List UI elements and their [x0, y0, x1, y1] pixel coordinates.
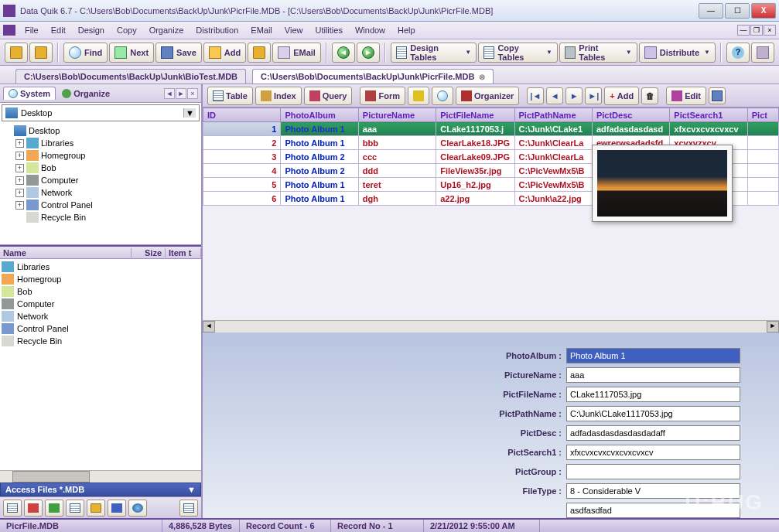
cell-id[interactable]: 1	[203, 122, 281, 136]
save-button[interactable]: Save	[155, 43, 202, 63]
menu-file[interactable]: File	[19, 24, 45, 36]
cell-id[interactable]: 2	[203, 136, 281, 150]
cell-path[interactable]: C:\Junk\ClearLa	[514, 136, 592, 150]
column-header[interactable]: ID	[203, 108, 281, 122]
chevron-down-icon[interactable]: ▼	[183, 108, 196, 118]
tree-node[interactable]: Desktop	[2, 124, 200, 137]
mini-btn-3[interactable]	[45, 500, 63, 517]
menu-distribution[interactable]: Distribution	[190, 24, 244, 36]
col-size[interactable]: Size	[132, 248, 166, 257]
mdi-restore[interactable]: ❐	[750, 25, 763, 36]
menu-help[interactable]: Help	[391, 24, 422, 36]
cell-extra[interactable]	[747, 192, 778, 206]
nav-next[interactable]: ►	[176, 88, 186, 99]
menu-copy[interactable]: Copy	[111, 24, 143, 36]
extra-field[interactable]: asdfasdfad	[566, 503, 740, 518]
cell-id[interactable]: 5	[203, 178, 281, 192]
cell-id[interactable]: 4	[203, 164, 281, 178]
cell-file[interactable]: FileView35r.jpg	[436, 164, 514, 178]
tree-node[interactable]: +Homegroup	[2, 149, 200, 162]
mini-btn-1[interactable]	[3, 500, 22, 517]
nav-prev[interactable]: ◄	[164, 88, 175, 99]
open-button[interactable]	[5, 43, 28, 63]
nav-first[interactable]: |◄	[527, 87, 544, 104]
cell-file[interactable]: ClearLake18.JPG	[436, 136, 514, 150]
scroll-right-icon[interactable]: ►	[767, 321, 779, 332]
cell-file[interactable]: Up16_h2.jpg	[436, 178, 514, 192]
query-button[interactable]: Query	[304, 87, 353, 105]
scroll-left-icon[interactable]: ◄	[203, 321, 215, 332]
photoalbum-field[interactable]: Photo Album 1	[566, 348, 740, 363]
organizer-button[interactable]: Organizer	[456, 87, 519, 105]
file-list-scrollbar[interactable]	[0, 470, 201, 483]
cell-name[interactable]: ddd	[358, 164, 436, 178]
cell-desc[interactable]: adfadasdasdasd	[592, 122, 669, 136]
design-tables-button[interactable]: Design Tables▼	[391, 43, 477, 63]
column-header[interactable]: Pict	[747, 108, 778, 122]
mini-btn-5[interactable]	[87, 500, 105, 517]
expand-icon[interactable]	[15, 213, 24, 222]
cell-path[interactable]: C:\Junk\ClearLa	[514, 150, 592, 164]
cell-name[interactable]: dgh	[358, 192, 436, 206]
mini-btn-7[interactable]	[128, 500, 147, 517]
cell-id[interactable]: 6	[203, 192, 281, 206]
tab-organize[interactable]: Organize	[57, 87, 114, 100]
nav-next[interactable]: ►	[565, 87, 583, 104]
cell-name[interactable]: teret	[358, 178, 436, 192]
misc-button[interactable]	[248, 43, 271, 63]
expand-icon[interactable]: +	[15, 164, 24, 172]
tree-node[interactable]: +Bob	[2, 162, 200, 174]
cell-extra[interactable]	[747, 150, 778, 164]
maximize-button[interactable]: ☐	[725, 3, 750, 19]
cell-extra[interactable]	[747, 136, 778, 150]
column-header[interactable]: PictFileName	[436, 108, 514, 122]
menu-organize[interactable]: Organize	[143, 24, 190, 36]
mini-btn-8[interactable]	[179, 500, 198, 517]
column-header[interactable]: PhotoAlbum	[281, 108, 358, 122]
column-header[interactable]: PictDesc	[592, 108, 669, 122]
list-item[interactable]: Control Panel	[2, 322, 200, 335]
edit-button[interactable]: Edit	[666, 87, 706, 105]
cell-file[interactable]: CLake1117053.j	[436, 122, 514, 136]
column-header[interactable]: PictSearch1	[670, 108, 747, 122]
menu-utilities[interactable]: Utilities	[309, 24, 348, 36]
expand-icon[interactable]: +	[15, 176, 24, 185]
close-tab-icon[interactable]: ⊗	[479, 73, 485, 81]
pictgroup-field[interactable]	[566, 464, 740, 479]
cell-name[interactable]: ccc	[358, 150, 436, 164]
folder-button[interactable]	[29, 43, 53, 63]
tree-node[interactable]: Recycle Bin	[2, 211, 200, 223]
list-item[interactable]: Libraries	[2, 261, 200, 273]
list-item[interactable]: Recycle Bin	[2, 335, 200, 347]
delete-button[interactable]: 🗑	[641, 87, 658, 104]
list-item[interactable]: Bob	[2, 285, 200, 298]
tree-node[interactable]: +Control Panel	[2, 199, 200, 211]
close-button[interactable]: X	[751, 3, 776, 19]
menu-window[interactable]: Window	[349, 24, 391, 36]
tree-node[interactable]: +Computer	[2, 174, 200, 186]
mini-btn-2[interactable]	[24, 500, 43, 517]
cell-extra[interactable]	[747, 178, 778, 192]
add-button[interactable]: Add	[203, 43, 246, 63]
cell-id[interactable]: 3	[203, 150, 281, 164]
nav-close[interactable]: ×	[187, 88, 198, 99]
cell-file[interactable]: ClearLake09.JPG	[436, 150, 514, 164]
menu-email[interactable]: EMail	[244, 24, 278, 36]
cell-search[interactable]: xfxcvxcvxcvxcv	[670, 122, 747, 136]
expand-icon[interactable]: +	[15, 152, 24, 160]
picturename-field[interactable]: aaa	[566, 367, 740, 383]
filetype-field[interactable]: 8 - Considerable V	[566, 483, 740, 499]
table-row[interactable]: 1 Photo Album 1 aaa CLake1117053.j C:\Ju…	[203, 122, 779, 136]
column-header[interactable]: PictPathName	[514, 108, 592, 122]
nav-last[interactable]: ►|	[585, 87, 602, 104]
go-back-button[interactable]: ◄	[332, 43, 355, 63]
form-button[interactable]: Form	[360, 87, 405, 105]
chevron-down-icon[interactable]: ▼	[187, 485, 196, 494]
location-dropdown[interactable]: Desktop ▼	[2, 104, 200, 121]
pictfilename-field[interactable]: CLake1117053.jpg	[566, 387, 740, 402]
expand-icon[interactable]: +	[15, 139, 24, 148]
menu-design[interactable]: Design	[72, 24, 111, 36]
col-name[interactable]: Name	[0, 248, 132, 257]
email-button[interactable]: EMail	[272, 43, 321, 63]
go-fwd-button[interactable]: ►	[357, 43, 380, 63]
